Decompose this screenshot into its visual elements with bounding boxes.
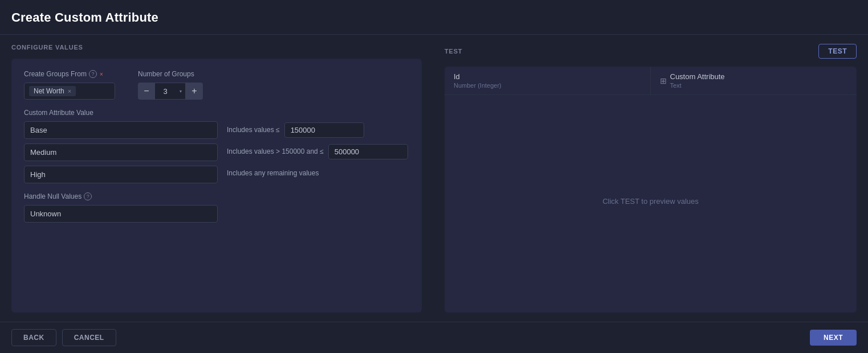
groups-stepper: − 3 1 2 4 5 ▾ + bbox=[138, 83, 203, 100]
create-groups-from-field: Create Groups From ? × Net Worth × bbox=[24, 70, 115, 100]
left-panel: CONFIGURE VALUES Create Groups From ? × … bbox=[0, 35, 433, 322]
condition-input-0[interactable] bbox=[284, 122, 364, 138]
handle-null-help-icon[interactable]: ? bbox=[84, 192, 92, 200]
configure-section-label: CONFIGURE VALUES bbox=[11, 44, 422, 51]
condition-any-row: Includes any remaining values bbox=[227, 165, 409, 182]
test-preview-text: Click TEST to preview values bbox=[602, 197, 699, 206]
stepper-minus-button[interactable]: − bbox=[138, 83, 155, 100]
id-col-sub: Number (Integer) bbox=[454, 82, 502, 89]
id-col-content: Id Number (Integer) bbox=[454, 72, 502, 89]
test-card: Id Number (Integer) ⊞ Custom Attribute T… bbox=[445, 67, 857, 313]
test-table-header: Id Number (Integer) ⊞ Custom Attribute T… bbox=[445, 67, 857, 95]
footer-left: BACK CANCEL bbox=[11, 329, 116, 346]
custom-attr-col-title: Custom Attribute bbox=[670, 72, 725, 81]
test-header: TEST TEST bbox=[445, 44, 857, 59]
values-grid: Includes values ≤ Includes values > 1500… bbox=[24, 121, 409, 183]
back-button[interactable]: BACK bbox=[11, 329, 56, 346]
value-input-0[interactable] bbox=[24, 121, 218, 139]
value-inputs-col bbox=[24, 121, 218, 183]
custom-attribute-value-label: Custom Attribute Value bbox=[24, 109, 409, 117]
conditions-col: Includes values ≤ Includes values > 1500… bbox=[227, 121, 409, 183]
configure-card: Create Groups From ? × Net Worth × Num bbox=[11, 59, 422, 313]
table-icon: ⊞ bbox=[660, 76, 667, 85]
condition-text-1: Includes values > 150000 and ≤ bbox=[227, 147, 324, 155]
tag-close-icon[interactable]: × bbox=[68, 88, 71, 95]
number-of-groups-label: Number of Groups bbox=[138, 70, 203, 78]
page-title: Create Custom Attribute bbox=[11, 10, 158, 24]
page-header: Create Custom Attribute bbox=[0, 0, 868, 35]
test-section-label: TEST bbox=[445, 48, 462, 55]
condition-input-1[interactable] bbox=[328, 144, 408, 159]
stepper-value-wrapper: 3 1 2 4 5 ▾ bbox=[155, 83, 186, 100]
condition-text-0: Includes values ≤ bbox=[227, 126, 280, 134]
cancel-button[interactable]: CANCEL bbox=[62, 329, 116, 346]
stepper-plus-button[interactable]: + bbox=[186, 83, 203, 100]
right-panel: TEST TEST Id Number (Integer) ⊞ Custom A… bbox=[433, 35, 868, 322]
stepper-select[interactable]: 3 1 2 4 5 bbox=[155, 83, 176, 100]
custom-attribute-values-section: Custom Attribute Value Includes values ≤ bbox=[24, 109, 409, 183]
create-groups-from-label: Create Groups From ? × bbox=[24, 70, 115, 78]
create-groups-from-input[interactable]: Net Worth × bbox=[24, 83, 115, 100]
id-col-title: Id bbox=[454, 72, 460, 81]
custom-attr-col-sub: Text bbox=[670, 82, 725, 89]
footer: BACK CANCEL NEXT bbox=[0, 322, 868, 353]
value-input-2[interactable] bbox=[24, 166, 218, 183]
custom-attr-col-content: Custom Attribute Text bbox=[670, 72, 725, 89]
top-row: Create Groups From ? × Net Worth × Num bbox=[24, 70, 409, 100]
stepper-dropdown-icon[interactable]: ▾ bbox=[176, 83, 186, 100]
number-of-groups-field: Number of Groups − 3 1 2 4 5 bbox=[138, 70, 203, 100]
main-content: CONFIGURE VALUES Create Groups From ? × … bbox=[0, 35, 868, 322]
value-input-1[interactable] bbox=[24, 143, 218, 161]
test-button[interactable]: TEST bbox=[818, 44, 857, 59]
null-value-input[interactable] bbox=[24, 205, 218, 223]
handle-null-section: Handle Null Values ? bbox=[24, 192, 409, 223]
net-worth-tag: Net Worth × bbox=[29, 86, 76, 96]
id-col-header: Id Number (Integer) bbox=[445, 67, 651, 95]
test-preview-area: Click TEST to preview values bbox=[445, 95, 857, 307]
handle-null-label: Handle Null Values ? bbox=[24, 192, 409, 200]
condition-row-0: Includes values ≤ bbox=[227, 121, 409, 138]
create-groups-help-icon[interactable]: ? bbox=[89, 70, 97, 78]
custom-attr-col-header: ⊞ Custom Attribute Text bbox=[651, 67, 857, 95]
next-button[interactable]: NEXT bbox=[810, 330, 857, 346]
condition-text-2: Includes any remaining values bbox=[227, 169, 319, 177]
required-star: × bbox=[100, 71, 103, 77]
condition-row-1: Includes values > 150000 and ≤ bbox=[227, 143, 409, 160]
